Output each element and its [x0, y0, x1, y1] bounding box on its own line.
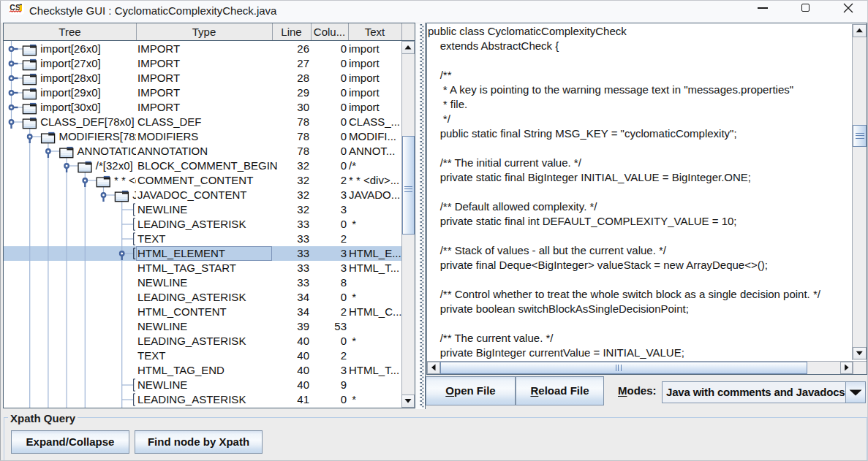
svg-text:CS: CS — [10, 3, 20, 12]
